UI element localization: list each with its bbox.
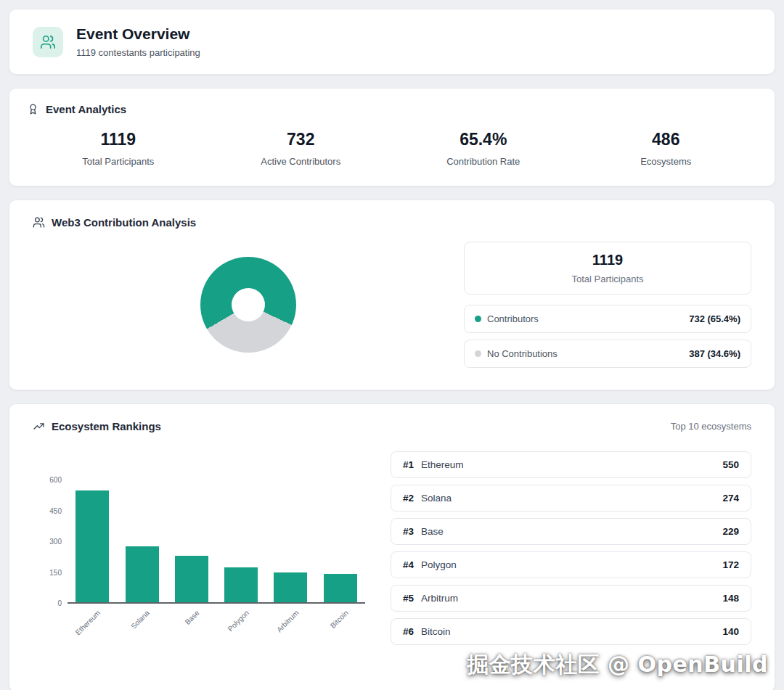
rank-left: #2 Solana (403, 493, 452, 504)
rank-left: #3 Base (403, 526, 444, 537)
rankings-list: #1 Ethereum 550 #2 Solana 274 #3 Base (391, 451, 751, 657)
rankings-title-group: Ecosystem Rankings (33, 420, 161, 432)
contribution-header: Web3 Contribution Analysis (33, 216, 751, 229)
stat-active-contributors: 732 Active Contributors (210, 130, 393, 167)
rank-row-bitcoin: #6 Bitcoin 140 (391, 618, 751, 645)
analytics-header: Event Analytics (27, 103, 757, 115)
legend-label: No Contributions (487, 348, 558, 359)
y-axis-tick: 150 (49, 569, 62, 577)
x-axis-label: Base (184, 609, 201, 626)
legend-left: Contributors (475, 313, 539, 324)
stat-value: 486 (575, 130, 758, 149)
bar-series: EthereumSolanaBasePolygonArbitrumBitcoin (68, 480, 365, 604)
bar-col-polygon: Polygon (216, 480, 266, 602)
bar-chart: 0150300450600 EthereumSolanaBasePolygonA… (43, 480, 370, 604)
donut-chart-area (33, 257, 464, 353)
stat-label: Contribution Rate (392, 156, 575, 167)
bar-ethereum[interactable] (75, 490, 109, 602)
contribution-donut[interactable] (200, 257, 296, 353)
rankings-header: Ecosystem Rankings Top 10 ecosystems (33, 420, 751, 432)
bar-col-arbitrum: Arbitrum (266, 480, 315, 602)
contribution-analysis-card: Web3 Contribution Analysis 1119 Total Pa… (9, 200, 775, 390)
rank-name: Bitcoin (421, 626, 451, 637)
rank-row-base: #3 Base 229 (391, 518, 751, 545)
trending-up-icon (33, 420, 45, 432)
rank-left: #6 Bitcoin (403, 626, 451, 637)
page-subtitle: 1119 contestants participating (76, 47, 200, 58)
rank-row-arbitrum: #5 Arbitrum 148 (391, 585, 751, 612)
stat-label: Ecosystems (575, 156, 758, 167)
rank-name: Base (421, 526, 444, 537)
page-title: Event Overview (76, 25, 200, 43)
x-axis-label: Solana (130, 609, 152, 631)
rank-number: #4 (403, 559, 414, 570)
rank-number: #3 (403, 526, 414, 537)
y-axis-tick: 450 (49, 507, 62, 515)
rank-number: #1 (403, 459, 414, 470)
contribution-body: 1119 Total Participants Contributors 732… (33, 242, 751, 368)
rank-left: #5 Arbitrum (403, 593, 458, 604)
stat-label: Active Contributors (210, 156, 393, 167)
legend-label: Contributors (487, 313, 539, 324)
event-overview-card: Event Overview 1119 contestants particip… (9, 9, 775, 75)
bar-base[interactable] (175, 556, 208, 602)
stat-value: 732 (210, 130, 393, 149)
users-icon (33, 216, 45, 229)
bar-polygon[interactable] (224, 567, 258, 602)
bar-col-bitcoin: Bitcoin (316, 480, 365, 602)
overview-text: Event Overview 1119 contestants particip… (76, 25, 200, 58)
legend-value: 387 (34.6%) (689, 348, 740, 359)
rank-row-solana: #2 Solana 274 (391, 485, 751, 512)
bar-arbitrum[interactable] (274, 572, 307, 602)
legend-value: 732 (65.4%) (689, 313, 740, 324)
total-participants-box: 1119 Total Participants (464, 242, 751, 295)
event-analytics-card: Event Analytics 1119 Total Participants … (9, 88, 775, 186)
bar-bitcoin[interactable] (324, 574, 357, 602)
legend-row-no-contributions: No Contributions 387 (34.6%) (464, 340, 751, 368)
no-contributions-dot-icon (475, 350, 481, 357)
dashboard-page: Event Overview 1119 contestants particip… (0, 0, 784, 690)
stat-contribution-rate: 65.4% Contribution Rate (392, 130, 575, 167)
x-axis-label: Ethereum (74, 609, 102, 636)
rank-value: 172 (722, 559, 739, 570)
rank-value: 148 (722, 593, 739, 604)
rank-name: Ethereum (421, 459, 464, 470)
rank-value: 140 (722, 626, 739, 637)
contestants-people-icon (33, 27, 63, 57)
y-axis-tick: 300 (49, 538, 62, 546)
rank-left: #1 Ethereum (403, 459, 464, 470)
rank-name: Solana (421, 493, 452, 504)
bar-col-base: Base (167, 480, 216, 602)
rank-value: 229 (722, 526, 739, 537)
analytics-title: Event Analytics (46, 103, 126, 115)
bar-y-axis: 0150300450600 (43, 480, 68, 604)
award-icon (27, 103, 39, 115)
rank-number: #5 (403, 593, 414, 604)
x-axis-label: Arbitrum (275, 609, 301, 634)
x-axis-label: Polygon (226, 609, 250, 633)
rank-name: Arbitrum (421, 593, 458, 604)
stat-value: 65.4% (392, 130, 575, 149)
contributors-dot-icon (475, 316, 481, 322)
rank-left: #4 Polygon (403, 559, 457, 570)
rank-value: 274 (722, 493, 739, 504)
rank-number: #2 (403, 493, 414, 504)
rankings-body: 0150300450600 EthereumSolanaBasePolygonA… (33, 451, 751, 657)
stat-value: 1119 (27, 130, 210, 149)
bar-col-solana: Solana (118, 480, 167, 602)
rank-name: Polygon (421, 559, 457, 570)
stat-label: Total Participants (27, 156, 210, 167)
contribution-title: Web3 Contribution Analysis (52, 216, 196, 229)
rank-number: #6 (403, 626, 414, 637)
y-axis-tick: 600 (49, 476, 62, 484)
stat-ecosystems: 486 Ecosystems (575, 130, 758, 167)
rankings-note: Top 10 ecosystems (671, 421, 751, 432)
ecosystem-rankings-card: Ecosystem Rankings Top 10 ecosystems 015… (9, 403, 775, 690)
x-axis-label: Bitcoin (328, 609, 349, 630)
rank-row-ethereum: #1 Ethereum 550 (391, 451, 751, 478)
bar-solana[interactable] (126, 546, 159, 602)
stat-total-participants: 1119 Total Participants (27, 130, 210, 167)
ecosystem-bar-chart: 0150300450600 EthereumSolanaBasePolygonA… (33, 451, 370, 657)
bar-col-ethereum: Ethereum (68, 480, 117, 602)
rank-row-polygon: #4 Polygon 172 (391, 551, 751, 578)
